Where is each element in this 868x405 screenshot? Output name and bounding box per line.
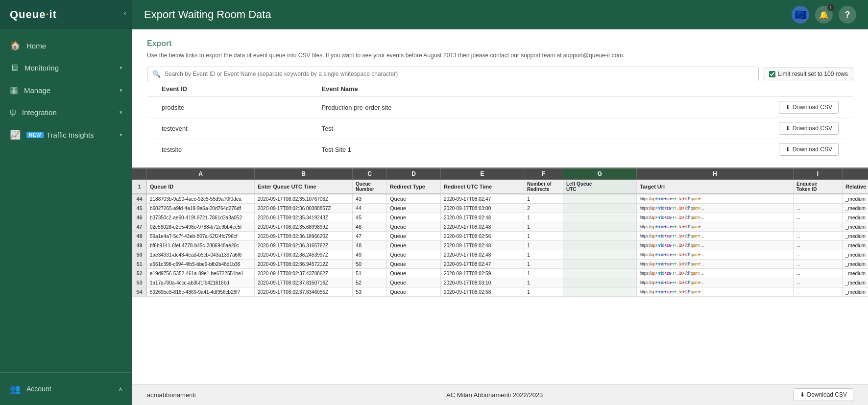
bottom-bar: acmabbonamenti AC Milan Abbonamenti 2022… bbox=[132, 384, 868, 405]
cell-enter-time: 2020-09-17T08:02:37.8346055Z bbox=[255, 287, 353, 296]
monitor-icon: 🖥 bbox=[10, 63, 19, 73]
question-icon: ? bbox=[845, 10, 850, 20]
topbar: Export Waiting Room Data 🇪🇺 🔔 1 ? bbox=[132, 0, 868, 29]
cell-num-redirects: 1 bbox=[524, 194, 563, 203]
cell-target-url: https://ap+mid+za+r+...la+l/d/ qam+... bbox=[637, 260, 794, 268]
cell-redirect-type: Queue bbox=[387, 287, 441, 296]
sidebar-item-label: Integration bbox=[22, 108, 57, 117]
event-id-cell: testsite bbox=[147, 139, 307, 160]
download-csv-button[interactable]: ⬇ Download CSV bbox=[779, 101, 839, 114]
cell-target-url: https://ap+mid+za+r+...la+l/d/ qam+... bbox=[637, 213, 794, 222]
search-row: 🔍 Limit result set to 100 rows bbox=[147, 67, 853, 81]
cell-queue-number: 47 bbox=[353, 232, 387, 240]
cell-redirect-type: Queue bbox=[387, 222, 441, 231]
table-row: 47 02c56028-e2e5-498e-9788-b72e9bb4ec5f … bbox=[132, 222, 868, 232]
cell-left-queue bbox=[563, 269, 637, 278]
sidebar-item-account[interactable]: 👥 Account ∧ bbox=[0, 378, 132, 400]
help-button[interactable]: ? bbox=[839, 6, 856, 24]
logo: Queue·it bbox=[10, 8, 57, 21]
col-header-b: B bbox=[255, 168, 353, 179]
spreadsheet-section: A B C D E F G H I J 1 Queue ID Enter Que… bbox=[132, 167, 868, 384]
cell-relative-quality: _medium bbox=[843, 260, 868, 268]
cell-redirect-type: Queue bbox=[387, 269, 441, 278]
cell-redirect-type: Queue bbox=[387, 241, 441, 250]
sidebar: Queue·it ‹ 🏠 Home 🖥 Monitoring ▾ ▦ Manag… bbox=[0, 0, 132, 405]
events-table: Event ID Event Name prodsite Production … bbox=[147, 81, 853, 160]
cell-redirect-time: 2020-09-17T08:02:47 bbox=[441, 194, 524, 203]
sidebar-item-label: Manage bbox=[24, 86, 50, 95]
cell-queue-number: 53 bbox=[353, 287, 387, 296]
cell-redirect-time: 2020-09-17T08:02:58 bbox=[441, 287, 524, 296]
table-row: 45 b6027265-a9fd-4a19-9a6a-20d764d276df … bbox=[132, 204, 868, 213]
row-number: 45 bbox=[132, 204, 147, 213]
cell-queue-number: 46 bbox=[353, 222, 387, 231]
sidebar-item-home[interactable]: 🏠 Home bbox=[0, 34, 132, 57]
cell-left-queue bbox=[563, 204, 637, 213]
cell-redirect-time: 2020-09-17T08:03:00 bbox=[441, 204, 524, 213]
download-cell: ⬇ Download CSV bbox=[595, 118, 853, 139]
sidebar-item-integration[interactable]: ψ Integration ▾ bbox=[0, 101, 132, 123]
cell-relative-quality: _medium bbox=[843, 241, 868, 250]
cell-queue-id: 59a1e4a7-5c7f-43eb-807a-62f24fc796cf bbox=[147, 232, 255, 240]
cell-enqueue-token: ... bbox=[794, 250, 843, 259]
cell-queue-number: 49 bbox=[353, 250, 387, 259]
cell-left-queue bbox=[563, 250, 637, 259]
page-title: Export Waiting Room Data bbox=[144, 8, 784, 21]
cell-num-redirects: 1 bbox=[524, 269, 563, 278]
cell-left-queue bbox=[563, 222, 637, 231]
cell-redirect-type: Queue bbox=[387, 278, 441, 287]
download-csv-button[interactable]: ⬇ Download CSV bbox=[779, 143, 839, 156]
notification-badge: 1 bbox=[827, 4, 834, 11]
chevron-up-icon: ∧ bbox=[119, 386, 122, 392]
cell-relative-quality: _medium bbox=[843, 213, 868, 222]
sidebar-collapse-button[interactable]: ‹ bbox=[124, 9, 126, 18]
cell-target-url: https://ap+mid+za+r+...la+l/d/ qam+... bbox=[637, 269, 794, 278]
cell-redirect-time: 2020-09-17T08:02:56 bbox=[441, 232, 524, 240]
cell-enter-time: 2020-09-17T08:02:36.00388857Z bbox=[255, 204, 353, 213]
col-header-event-name: Event Name bbox=[307, 81, 595, 97]
home-icon: 🏠 bbox=[10, 40, 21, 51]
cell-redirect-time: 2020-09-17T08:03:10 bbox=[441, 278, 524, 287]
header-enter-time: Enter Queue UTC Time bbox=[255, 180, 353, 193]
search-box[interactable]: 🔍 bbox=[147, 67, 759, 81]
header-left-queue: Left QueueUTC bbox=[563, 180, 637, 193]
download-csv-button[interactable]: ⬇ Download CSV bbox=[779, 122, 839, 135]
cell-num-redirects: 1 bbox=[524, 250, 563, 259]
notifications-button[interactable]: 🔔 1 bbox=[815, 6, 833, 24]
header-queue-id: Queue ID bbox=[147, 180, 255, 193]
cell-queue-number: 43 bbox=[353, 194, 387, 203]
limit-result-checkbox[interactable] bbox=[769, 71, 775, 77]
cell-redirect-time: 2020-09-17T08:02:48 bbox=[441, 241, 524, 250]
cell-target-url: https://ap+mid+za+r+...la+l/d/ qam+... bbox=[637, 222, 794, 231]
cell-relative-quality: _medium bbox=[843, 232, 868, 240]
table-row: 54 59269be8-818c-4869-9a41-4df956cb28f7 … bbox=[132, 287, 868, 297]
download-icon: ⬇ bbox=[800, 391, 805, 398]
bottom-download-csv-button[interactable]: ⬇ Download CSV bbox=[794, 388, 853, 401]
row-number: 49 bbox=[132, 241, 147, 250]
event-name-cell: Test bbox=[307, 118, 595, 139]
col-header-c: C bbox=[353, 168, 387, 179]
cell-queue-id: 59269be8-818c-4869-9a41-4df956cb28f7 bbox=[147, 287, 255, 296]
row-number: 52 bbox=[132, 269, 147, 278]
event-id-cell: prodsite bbox=[147, 97, 307, 118]
limit-result-checkbox-label[interactable]: Limit result set to 100 rows bbox=[764, 68, 853, 80]
download-icon: ⬇ bbox=[785, 146, 790, 153]
cell-queue-id: e661c398-c694-4fb5-bbe9-bfb2b48d1b36 bbox=[147, 260, 255, 268]
sidebar-item-traffic-insights[interactable]: 📈 NEW Traffic Insights ▾ bbox=[0, 123, 132, 146]
col-header-e: E bbox=[441, 168, 524, 179]
cell-enter-time: 2020-09-17T08:02:36.2453997Z bbox=[255, 250, 353, 259]
cell-relative-quality: _medium bbox=[843, 278, 868, 287]
cell-queue-id: 1a17a-f00a-4ccc-ab3f-f1fb421616bd bbox=[147, 278, 255, 287]
cell-target-url: https://ap+mid+za+r+...la+l/d/ qam+... bbox=[637, 250, 794, 259]
cell-num-redirects: 2 bbox=[524, 204, 563, 213]
row-number: 51 bbox=[132, 260, 147, 268]
search-input[interactable] bbox=[165, 71, 753, 77]
logo-area: Queue·it bbox=[0, 0, 132, 29]
sidebar-item-monitoring[interactable]: 🖥 Monitoring ▾ bbox=[0, 57, 132, 79]
cell-enter-time: 2020-09-17T08:02:36.1896620Z bbox=[255, 232, 353, 240]
cell-enter-time: 2020-09-17T08:02:35.3419243Z bbox=[255, 213, 353, 222]
language-selector-button[interactable]: 🇪🇺 bbox=[792, 6, 809, 24]
cell-left-queue bbox=[563, 287, 637, 296]
col-header-actions bbox=[595, 81, 853, 97]
sidebar-item-manage[interactable]: ▦ Manage ▾ bbox=[0, 79, 132, 101]
